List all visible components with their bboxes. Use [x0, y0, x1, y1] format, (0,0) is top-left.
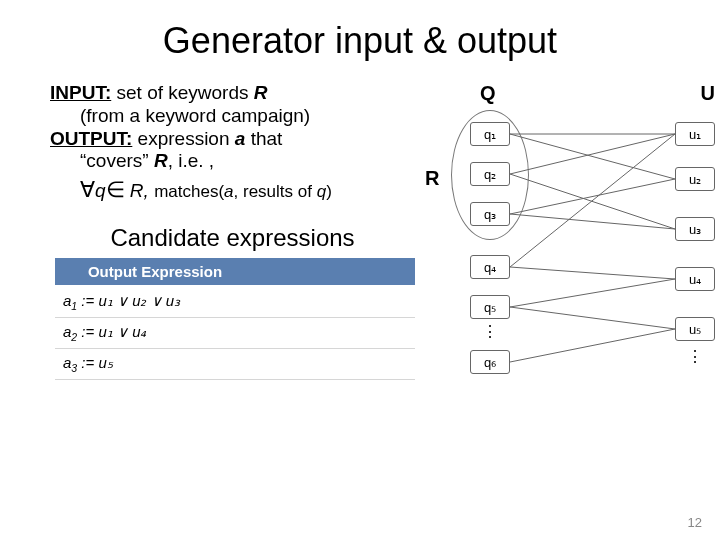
table-header-blank2: [335, 258, 415, 286]
output-line2: “covers” R, i.e. ,: [50, 150, 415, 173]
q-node: q₄: [470, 255, 510, 279]
u-node: u₅: [675, 317, 715, 341]
input-rest: set of keywords: [111, 82, 254, 103]
svg-line-7: [510, 267, 675, 279]
expr-cell: a1 := u₁ ∨ u₂ ∨ u₃: [55, 286, 255, 318]
q-node: q₆: [470, 350, 510, 374]
svg-line-5: [510, 214, 675, 229]
output-a: a: [235, 128, 246, 149]
u-node: u₄: [675, 267, 715, 291]
svg-line-1: [510, 134, 675, 179]
q-ellipsis: ⋮: [470, 327, 510, 343]
table-row: a1 := u₁ ∨ u₂ ∨ u₃: [55, 286, 415, 318]
expr-cell: a2 := u₁ ∨ u₄: [55, 317, 255, 348]
table-header-output: Output Expression: [55, 258, 255, 286]
q-node: q₃: [470, 202, 510, 226]
input-R: R: [254, 82, 268, 103]
u-ellipsis: ⋮: [675, 352, 715, 368]
page-number: 12: [688, 515, 702, 530]
left-column: INPUT: set of keywords R (from a keyword…: [50, 82, 425, 442]
svg-line-4: [510, 179, 675, 214]
svg-line-8: [510, 279, 675, 307]
svg-line-9: [510, 307, 675, 329]
table-row: a2 := u₁ ∨ u₄: [55, 317, 415, 348]
output-label: OUTPUT:: [50, 128, 132, 149]
right-column: Q R U q₁q₂q₃q₄q₅q₆⋮: [425, 82, 720, 442]
q-node: q₂: [470, 162, 510, 186]
slide-title: Generator input & output: [0, 0, 720, 62]
input-output-text: INPUT: set of keywords R (from a keyword…: [50, 82, 415, 204]
svg-line-3: [510, 174, 675, 229]
table-header-blank1: [255, 258, 335, 286]
input-line2: (from a keyword campaign): [50, 105, 415, 128]
q-node: q₅: [470, 295, 510, 319]
bipartite-diagram: Q R U q₁q₂q₃q₄q₅q₆⋮: [425, 82, 720, 442]
u-node: u₂: [675, 167, 715, 191]
output-rest: expression: [132, 128, 234, 149]
output-rest2: that: [245, 128, 282, 149]
u-node: u₃: [675, 217, 715, 241]
content-area: INPUT: set of keywords R (from a keyword…: [0, 62, 720, 442]
input-label: INPUT:: [50, 82, 111, 103]
expr-cell: a3 := u₅: [55, 348, 255, 379]
quantifier-line: ∀q∈ R, matches(a, results of q): [50, 177, 415, 203]
q-node: q₁: [470, 122, 510, 146]
u-node: u₁: [675, 122, 715, 146]
candidate-heading: Candidate expressions: [50, 224, 415, 252]
svg-line-10: [510, 329, 675, 362]
candidate-table: Output Expression a1 := u₁ ∨ u₂ ∨ u₃a2 :…: [55, 258, 415, 380]
table-row: a3 := u₅: [55, 348, 415, 379]
